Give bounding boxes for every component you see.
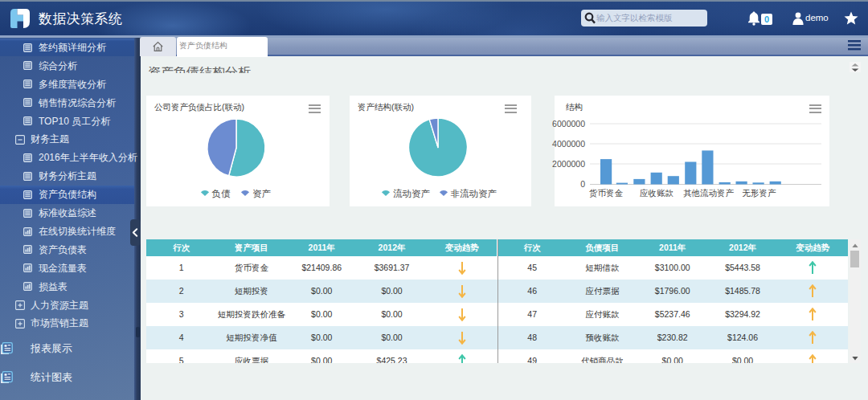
svg-text:应收账款: 应收账款	[640, 188, 674, 198]
svg-text:0: 0	[580, 179, 585, 189]
svg-text:其他流动资产: 其他流动资产	[683, 188, 735, 198]
svg-text:6000000: 6000000	[552, 119, 585, 129]
svg-text:无形资产: 无形资产	[743, 188, 777, 198]
svg-text:2000000: 2000000	[552, 159, 585, 169]
svg-text:货币资金: 货币资金	[589, 188, 624, 198]
svg-text:4000000: 4000000	[552, 139, 585, 149]
